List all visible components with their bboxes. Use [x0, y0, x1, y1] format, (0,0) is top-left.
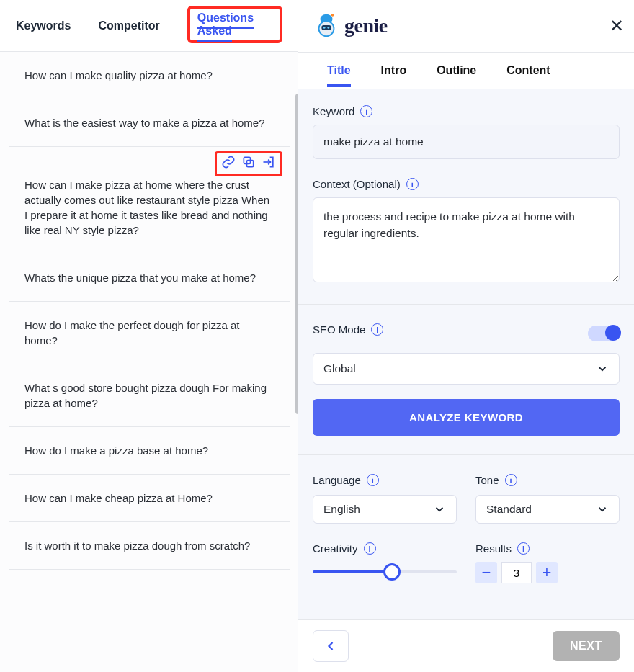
question-item-actions-highlight [215, 151, 282, 176]
svg-point-5 [323, 27, 326, 29]
form-body: Keywordi Context (Optional)i SEO Modei G… [298, 89, 634, 672]
question-item[interactable]: How can I make cheap pizza at Home? [9, 475, 290, 522]
question-item[interactable]: How can I make quality pizza at home? [9, 52, 290, 99]
keyword-input[interactable] [313, 125, 620, 159]
copy-icon[interactable] [241, 155, 256, 173]
language-select[interactable]: English [313, 495, 457, 524]
creativity-slider[interactable] [313, 565, 457, 579]
tab-intro[interactable]: Intro [381, 54, 407, 87]
right-tab-bar: Title Intro Outline Content [298, 52, 634, 89]
chevron-down-icon [596, 362, 609, 375]
info-icon[interactable]: i [371, 323, 383, 336]
seo-mode-label: SEO Modei [313, 323, 383, 336]
genie-icon [313, 12, 340, 40]
close-icon[interactable]: ✕ [610, 16, 624, 36]
tone-value: Standard [486, 503, 532, 516]
right-pane: genie ✕ Title Intro Outline Content Keyw… [298, 0, 634, 672]
question-item[interactable]: What s good store bought pizza dough For… [9, 364, 290, 427]
question-item[interactable]: How can I make pizza at home where the c… [9, 147, 290, 254]
left-pane: Keywords Competitor Questions Asked How … [0, 0, 298, 672]
question-text: What is the easiest way to make a pizza … [24, 117, 265, 129]
region-value: Global [323, 362, 356, 375]
left-tab-bar: Keywords Competitor Questions Asked [0, 0, 298, 52]
tab-title[interactable]: Title [327, 54, 351, 87]
analyze-keyword-button[interactable]: ANALYZE KEYWORD [313, 399, 620, 436]
language-label: Languagei [313, 474, 457, 486]
question-item[interactable]: What is the easiest way to make a pizza … [9, 99, 290, 147]
svg-rect-4 [321, 25, 331, 30]
svg-point-6 [327, 27, 329, 29]
question-text: Whats the unique pizza that you make at … [24, 272, 256, 284]
tab-content[interactable]: Content [506, 54, 550, 87]
question-text: What s good store bought pizza dough For… [24, 382, 267, 409]
chevron-down-icon [433, 503, 446, 516]
seo-mode-toggle[interactable] [588, 326, 620, 341]
question-item[interactable]: How do I make a pizza base at home? [9, 427, 290, 475]
info-icon[interactable]: i [364, 542, 376, 555]
tab-questions-label: Questions Asked [197, 0, 254, 42]
tab-keywords[interactable]: Keywords [16, 4, 71, 48]
question-text: Is it worth it to make pizza dough from … [24, 539, 250, 552]
back-button[interactable] [313, 630, 349, 662]
tab-outline[interactable]: Outline [437, 54, 476, 87]
results-stepper: − + [476, 562, 620, 583]
tab-competitor[interactable]: Competitor [98, 4, 159, 48]
divider [298, 454, 634, 455]
chevron-left-icon [323, 639, 338, 653]
info-icon[interactable]: i [505, 474, 517, 486]
divider [298, 304, 634, 305]
question-text: How do I make a pizza base at home? [24, 444, 208, 457]
tone-select[interactable]: Standard [476, 495, 620, 524]
region-select[interactable]: Global [313, 353, 620, 385]
info-icon[interactable]: i [517, 542, 530, 555]
language-value: English [323, 503, 360, 516]
chevron-down-icon [596, 503, 609, 516]
keyword-label: Keywordi [313, 105, 620, 117]
creativity-label: Creativityi [313, 542, 457, 555]
results-label: Resultsi [476, 542, 620, 555]
right-header: genie ✕ [298, 0, 634, 52]
increment-button[interactable]: + [536, 562, 558, 583]
context-textarea[interactable] [313, 197, 620, 282]
question-text: How can I make quality pizza at home? [24, 69, 213, 81]
question-text: How do I make the perfect dough for pizz… [24, 319, 240, 346]
link-icon[interactable] [221, 155, 236, 173]
question-item[interactable]: Is it worth it to make pizza dough from … [9, 522, 290, 570]
info-icon[interactable]: i [367, 474, 379, 486]
questions-list: How can I make quality pizza at home? Wh… [0, 52, 298, 672]
insert-icon[interactable] [262, 155, 276, 173]
info-icon[interactable]: i [406, 178, 419, 190]
question-item[interactable]: Whats the unique pizza that you make at … [9, 254, 290, 302]
question-item[interactable]: How do I make the perfect dough for pizz… [9, 302, 290, 364]
decrement-button[interactable]: − [476, 562, 497, 583]
tab-questions-highlight[interactable]: Questions Asked [187, 6, 282, 43]
brand-text: genie [344, 14, 388, 37]
footer-bar: NEXT [298, 619, 634, 672]
brand-logo: genie [313, 12, 388, 40]
question-text: How can I make cheap pizza at Home? [24, 492, 213, 504]
next-button[interactable]: NEXT [553, 631, 620, 661]
info-icon[interactable]: i [360, 105, 372, 117]
question-text: How can I make pizza at home where the c… [24, 179, 269, 236]
svg-point-7 [331, 14, 334, 17]
context-label: Context (Optional)i [313, 178, 620, 190]
tone-label: Tonei [476, 474, 620, 486]
results-input[interactable] [501, 562, 532, 583]
